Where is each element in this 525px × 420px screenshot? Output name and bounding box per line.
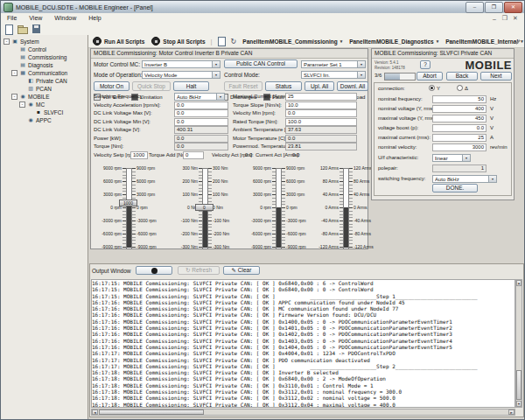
chevron-down-icon[interactable] xyxy=(212,61,220,67)
chevron-down-icon[interactable] xyxy=(357,61,365,67)
slider-thumb[interactable]: 1000 xyxy=(119,200,137,206)
mdi-restore-icon[interactable]: ❒ xyxy=(500,15,510,22)
menu-file[interactable]: File xyxy=(1,13,23,24)
menu-window[interactable]: Window xyxy=(48,13,82,24)
motor-on-button[interactable]: Motor On xyxy=(94,81,130,91)
panel-button-panelitemmobile-commissioning[interactable]: PanelItemMOBILE_Commissioning xyxy=(242,38,342,45)
wizard-field-maximal-current-rms[interactable]: 25 xyxy=(432,134,486,142)
connection-radio-y[interactable]: Y xyxy=(429,85,440,91)
status-button[interactable]: Status xyxy=(265,81,302,91)
tree-item-control[interactable]: ▤Control xyxy=(1,46,88,53)
mode-of-operation-combo[interactable]: Velocity Mode xyxy=(142,71,220,79)
scroll-down-arrow[interactable]: ▼ xyxy=(516,401,522,407)
wizard-combo-switching-frequency[interactable]: Auto 8kHz xyxy=(432,175,497,183)
chevron-down-icon[interactable] xyxy=(216,94,224,100)
expander-icon[interactable]: - xyxy=(11,70,18,76)
log-vertical-scrollbar[interactable]: ▲ ▼ xyxy=(515,279,522,408)
mdi-close-icon[interactable]: ✕ xyxy=(510,15,521,22)
param-field-velocity-acceleration-rpm-s[interactable]: 0.0 xyxy=(174,102,228,109)
panel-title: MOBILE Commissioning: SLVFCI Private CAN xyxy=(372,49,514,59)
public-can-control-button[interactable]: Public CAN Control xyxy=(224,60,298,68)
chevron-down-icon[interactable] xyxy=(462,155,470,161)
scroll-right-arrow[interactable]: ► xyxy=(508,410,514,415)
mdi-minimize-icon[interactable]: – xyxy=(489,16,500,22)
parameter-set-combo[interactable]: Parameter Set 1 xyxy=(301,60,366,68)
open-folder-icon[interactable] xyxy=(18,24,28,34)
velocity-setp-slider[interactable]: 9000 rpm9000 rpm6000 rpm6000 rpm3000 rpm… xyxy=(92,163,165,250)
tree-item-commissioning[interactable]: ▤Commissioning xyxy=(1,53,88,61)
expander-icon[interactable]: - xyxy=(11,94,18,100)
menu-help[interactable]: Help xyxy=(82,13,107,24)
clear-button[interactable]: ✎ Clear xyxy=(223,266,260,275)
close-button[interactable]: ✕ xyxy=(504,2,522,13)
param-field-maximal-current-arms[interactable]: 25 xyxy=(285,93,357,101)
next-button[interactable]: Next xyxy=(480,72,512,80)
back-button[interactable]: Back xyxy=(446,72,478,80)
tree-item-diagnosis[interactable]: ▤Diagnosis xyxy=(1,61,88,69)
wizard-progress-bar xyxy=(384,73,416,80)
save-icon[interactable] xyxy=(32,24,42,34)
chevron-down-icon[interactable] xyxy=(357,72,365,78)
connection-radio-[interactable]: Δ xyxy=(457,85,468,91)
setp-input-torque-add-nm[interactable]: 0 xyxy=(183,151,204,159)
wizard-field-maximal-voltage-y-rms[interactable]: 450 xyxy=(432,115,486,122)
downl-all-button[interactable]: Downl. All xyxy=(337,81,368,91)
new-panel-icon[interactable] xyxy=(218,37,226,46)
tree-item-pcan[interactable]: ▥PCAN xyxy=(1,85,88,93)
halt-button[interactable]: Halt xyxy=(173,81,209,91)
tree-item-mobile[interactable]: -◉MOBILE xyxy=(1,93,88,101)
tree-item-system[interactable]: -▣System xyxy=(1,38,88,46)
expander-icon[interactable]: - xyxy=(4,38,10,45)
record-button[interactable] xyxy=(136,266,172,275)
tree-item-appc[interactable]: ◉APPC xyxy=(1,116,88,124)
param-field-velocity-min-rpm[interactable]: 0.0 xyxy=(285,109,357,117)
scroll-up-arrow[interactable]: ▲ xyxy=(516,280,522,286)
annotation-icon[interactable] xyxy=(514,38,521,45)
upl-all-button[interactable]: Upl. All xyxy=(304,81,334,91)
refresh-button[interactable]: ↻ Refresh xyxy=(178,266,220,275)
reload-panel-icon[interactable]: ↻ xyxy=(231,38,237,46)
control-mode-combo[interactable]: SLVFCI lin. xyxy=(301,71,366,79)
motor-control-combo[interactable]: Inverter B xyxy=(142,60,220,68)
chevron-down-icon[interactable] xyxy=(488,176,496,182)
chevron-down-icon[interactable] xyxy=(212,72,220,78)
scrollbar-thumb[interactable] xyxy=(99,410,204,415)
param-field-dc-link-voltage-min-v[interactable]: 0.0 xyxy=(174,118,228,126)
param-field-torque-slope-nm-s[interactable]: 10.0 xyxy=(285,102,357,109)
log-view[interactable]: 16:17:15: MOBILE Commissioning: SLVFCI P… xyxy=(91,279,515,408)
setp-input-velocity-setp-rpm[interactable]: 1000 xyxy=(130,151,148,159)
tree-item-slvfci[interactable]: ■SLVFCI xyxy=(1,108,88,116)
param-field-rated-torque-nm[interactable]: 100.0 xyxy=(285,118,357,126)
help-button[interactable]: ? xyxy=(420,60,430,69)
log-horizontal-scrollbar[interactable]: ◄ ► xyxy=(91,409,515,416)
done-button[interactable]: DONE. xyxy=(432,184,478,192)
wizard-field-voltage-boost-p[interactable]: 0.0 xyxy=(432,124,486,132)
scrollbar-thumb[interactable] xyxy=(516,370,522,400)
run-icon[interactable] xyxy=(93,37,102,46)
tree-item-communication[interactable]: -▦Communication xyxy=(1,69,88,77)
wizard-combo-u-f-characteristic[interactable]: linear xyxy=(432,154,471,162)
param-combo-switching-frequency[interactable]: Auto 8kHz xyxy=(174,93,225,101)
run-all-scripts-button[interactable]: Run All Scripts xyxy=(104,38,144,45)
expander-icon[interactable]: - xyxy=(19,102,25,108)
restore-button[interactable]: ❒ xyxy=(485,2,503,13)
stop-icon[interactable] xyxy=(151,37,160,46)
wizard-field-nominal-velocity[interactable]: 3000 xyxy=(432,144,486,151)
wizard-field-nominal-frequency[interactable]: 50 xyxy=(432,95,486,103)
stop-all-scripts-button[interactable]: Stop All Scripts xyxy=(163,38,205,45)
torque-add-slider[interactable]: 300 Nm300 Nm200 Nm200 Nm100 Nm100 Nm0 Nm… xyxy=(168,163,242,250)
menu-view[interactable]: View xyxy=(23,13,48,24)
slider-thumb[interactable]: 0 xyxy=(195,204,214,211)
wizard-field-nominal-voltage-y-rms[interactable]: 400 xyxy=(432,105,486,113)
new-file-icon[interactable] xyxy=(4,24,14,34)
panel-button-panelitemmobile-diagnostics[interactable]: PanelItemMOBILE_Diagnostics xyxy=(349,38,438,45)
abort-button[interactable]: Abort xyxy=(416,72,443,80)
param-field-dc-link-voltage-max-v[interactable]: 0.0 xyxy=(174,109,228,117)
tree-item-private-can[interactable]: ◧Private CAN xyxy=(1,77,88,85)
gauge-scale-label: -3000 rpm xyxy=(136,218,164,223)
panel-button-panelitemmobile-internal[interactable]: PanelItemMOBILE_Internal xyxy=(445,38,523,45)
scroll-left-arrow[interactable]: ◄ xyxy=(92,410,98,415)
tree-item-mc[interactable]: -◉MC xyxy=(1,101,88,108)
minimize-button[interactable]: – xyxy=(466,2,484,13)
gauge-scale-label: 100 Nm xyxy=(168,192,198,197)
